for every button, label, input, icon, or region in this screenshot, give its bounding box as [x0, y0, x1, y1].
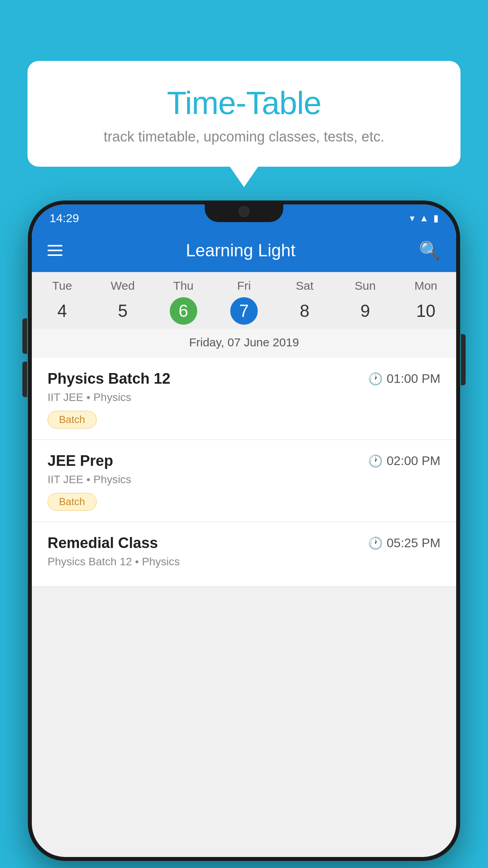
power-button — [461, 334, 466, 385]
class-name: JEE Prep — [48, 452, 113, 469]
class-item-top-row: Physics Batch 12🕐 01:00 PM — [48, 370, 440, 387]
status-time: 14:29 — [50, 211, 79, 225]
search-icon[interactable]: 🔍 — [419, 240, 440, 261]
wifi-icon: ▾ — [410, 213, 415, 224]
app-bar: Learning Light 🔍 — [32, 229, 456, 272]
phone-screen: 14:29 ▾ ▲ ▮ Learning Light 🔍 — [32, 204, 456, 857]
battery-icon: ▮ — [433, 213, 438, 224]
class-time: 🕐 05:25 PM — [368, 536, 440, 550]
day-name-label: Fri — [214, 279, 274, 292]
calendar-day-sat[interactable]: Sat8 — [274, 279, 335, 325]
days-header: Tue4Wed5Thu6Fri7Sat8Sun9Mon10 — [32, 272, 456, 329]
class-name: Remedial Class — [48, 535, 158, 552]
day-number[interactable]: 7 — [230, 297, 258, 325]
clock-icon: 🕐 — [368, 454, 383, 468]
phone-camera — [238, 206, 250, 217]
status-icons: ▾ ▲ ▮ — [410, 213, 438, 224]
calendar-day-fri[interactable]: Fri7 — [214, 279, 274, 325]
day-name-label: Sun — [335, 279, 395, 292]
selected-date-label: Friday, 07 June 2019 — [32, 329, 456, 358]
batch-badge: Batch — [48, 411, 97, 428]
hero-subtitle: track timetable, upcoming classes, tests… — [47, 129, 441, 145]
clock-icon: 🕐 — [368, 372, 383, 386]
day-name-label: Thu — [153, 279, 214, 292]
day-number[interactable]: 5 — [109, 297, 136, 325]
class-item[interactable]: Physics Batch 12🕐 01:00 PMIIT JEE • Phys… — [32, 358, 456, 440]
class-item-top-row: Remedial Class🕐 05:25 PM — [48, 535, 440, 552]
calendar-day-thu[interactable]: Thu6 — [153, 279, 214, 325]
speech-bubble-wrapper: Time-Table track timetable, upcoming cla… — [28, 61, 460, 167]
class-item[interactable]: JEE Prep🕐 02:00 PMIIT JEE • PhysicsBatch — [32, 440, 456, 522]
calendar-day-sun[interactable]: Sun9 — [335, 279, 395, 325]
class-item[interactable]: Remedial Class🕐 05:25 PMPhysics Batch 12… — [32, 522, 456, 587]
phone-wrapper: 14:29 ▾ ▲ ▮ Learning Light 🔍 — [28, 200, 460, 861]
batch-badge: Batch — [48, 493, 97, 511]
phone-frame: 14:29 ▾ ▲ ▮ Learning Light 🔍 — [28, 200, 460, 861]
class-time: 🕐 02:00 PM — [368, 454, 440, 468]
clock-icon: 🕐 — [368, 536, 383, 550]
day-name-label: Sat — [274, 279, 335, 292]
speech-bubble: Time-Table track timetable, upcoming cla… — [28, 61, 460, 167]
day-number[interactable]: 4 — [48, 297, 76, 325]
hamburger-menu-icon[interactable] — [48, 245, 62, 256]
vol-down-button — [22, 362, 27, 397]
class-item-top-row: JEE Prep🕐 02:00 PM — [48, 452, 440, 469]
calendar-day-mon[interactable]: Mon10 — [396, 279, 456, 325]
day-number[interactable]: 9 — [352, 297, 379, 325]
hero-title: Time-Table — [47, 85, 441, 121]
calendar-day-tue[interactable]: Tue4 — [32, 279, 92, 325]
class-meta: Physics Batch 12 • Physics — [48, 555, 440, 568]
signal-icon: ▲ — [419, 213, 429, 224]
day-name-label: Mon — [396, 279, 456, 292]
day-name-label: Wed — [92, 279, 153, 292]
class-name: Physics Batch 12 — [48, 370, 171, 387]
day-number[interactable]: 6 — [170, 297, 197, 325]
calendar-day-wed[interactable]: Wed5 — [92, 279, 153, 325]
class-meta: IIT JEE • Physics — [48, 473, 440, 486]
calendar-strip: Tue4Wed5Thu6Fri7Sat8Sun9Mon10 Friday, 07… — [32, 272, 456, 358]
class-meta: IIT JEE • Physics — [48, 391, 440, 404]
class-list: Physics Batch 12🕐 01:00 PMIIT JEE • Phys… — [32, 358, 456, 587]
app-title: Learning Light — [74, 241, 407, 260]
vol-up-button — [22, 318, 27, 354]
day-number[interactable]: 10 — [412, 297, 440, 325]
class-time: 🕐 01:00 PM — [368, 371, 440, 386]
day-number[interactable]: 8 — [291, 297, 318, 325]
day-name-label: Tue — [32, 279, 92, 292]
phone-notch — [205, 200, 283, 222]
